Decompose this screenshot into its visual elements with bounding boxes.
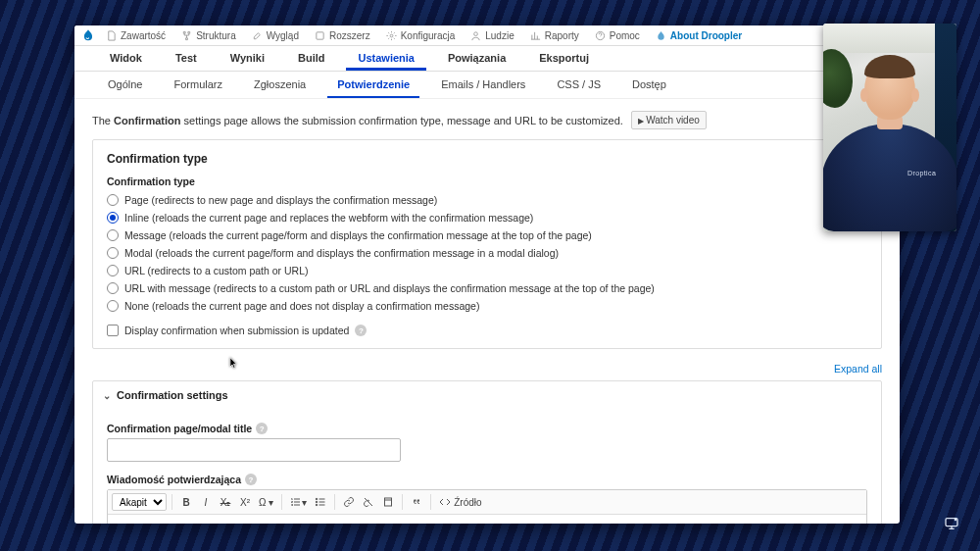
toolbar-content[interactable]: Zawartość — [98, 25, 173, 45]
toolbar-help[interactable]: Pomoc — [587, 25, 648, 45]
toolbar-label: Raporty — [545, 30, 579, 41]
radio-message[interactable]: Message (reloads the current page/form a… — [107, 226, 867, 244]
link-button[interactable] — [340, 493, 358, 511]
radio-icon — [107, 194, 119, 206]
tab-view[interactable]: Widok — [98, 46, 154, 71]
anchor-button[interactable] — [379, 493, 397, 511]
confirmation-page-title-input[interactable] — [107, 438, 401, 462]
help-icon[interactable]: ? — [355, 325, 367, 336]
help-icon — [595, 30, 606, 41]
unlink-button[interactable] — [360, 493, 377, 511]
source-button[interactable]: Źródło — [436, 493, 484, 511]
tab-references[interactable]: Powiązania — [436, 46, 517, 71]
toolbar-structure[interactable]: Struktura — [173, 25, 244, 45]
subtab-confirmation[interactable]: Potwierdzenie — [327, 72, 419, 98]
toolbar-label: Zawartość — [121, 30, 166, 41]
rich-text-editor: Akapit B I X₂ X² Ω ▾ ▾ — [107, 489, 867, 524]
field-label-confirmation-message: Wiadomość potwierdzająca ? — [107, 474, 867, 485]
confirmation-settings-panel: ⌄ Confirmation settings Confirmation pag… — [92, 380, 882, 524]
checkbox-display-on-update[interactable]: Display confirmation when submission is … — [107, 315, 867, 336]
toolbar-appearance[interactable]: Wygląd — [244, 25, 307, 45]
bold-button[interactable]: B — [177, 493, 195, 511]
details-body: Confirmation page/modal title ? Wiadomoś… — [93, 409, 881, 524]
expand-all-row: Expand all — [92, 363, 882, 375]
radio-icon — [107, 265, 119, 276]
radio-none[interactable]: None (reloads the current page and does … — [107, 297, 867, 315]
toolbar-label: Wygląd — [267, 30, 299, 41]
chevron-down-icon: ⌄ — [103, 390, 111, 401]
numbered-list-button[interactable]: ▾ — [287, 493, 310, 511]
quote-button[interactable] — [408, 493, 425, 511]
svg-point-2 — [474, 31, 478, 35]
subtab-access[interactable]: Dostęp — [622, 72, 676, 98]
radio-icon — [107, 212, 119, 224]
svg-point-9 — [955, 519, 957, 522]
shirt-logo: Droptica — [907, 170, 936, 176]
admin-toolbar: Zawartość Struktura Wygląd Rozszerz Konf… — [74, 25, 900, 46]
intro-bold: Confirmation — [114, 115, 180, 126]
radio-modal[interactable]: Modal (reloads the current page/form and… — [107, 244, 867, 262]
expand-all-link[interactable]: Expand all — [834, 363, 882, 375]
subtab-form[interactable]: Formularz — [164, 72, 232, 98]
superscript-button[interactable]: X² — [236, 493, 254, 511]
radio-url-message[interactable]: URL with message (redirects to a custom … — [107, 279, 867, 297]
secondary-tabs: Ogólne Formularz Zgłoszenia Potwierdzeni… — [74, 72, 900, 99]
panel-title: Confirmation type — [107, 152, 867, 166]
subtab-general[interactable]: Ogólne — [98, 72, 152, 98]
toolbar-people[interactable]: Ludzie — [463, 25, 521, 45]
subtab-emails[interactable]: Emails / Handlers — [431, 72, 535, 98]
screen-share-icon — [943, 516, 960, 531]
toolbar-about-droopler[interactable]: About Droopler — [648, 25, 750, 45]
admin-window: Zawartość Struktura Wygląd Rozszerz Konf… — [74, 25, 900, 524]
watch-video-button[interactable]: Watch video — [631, 111, 707, 129]
toolbar-reports[interactable]: Raporty — [522, 25, 587, 45]
radio-icon — [107, 282, 119, 294]
radio-label: Page (redirects to new page and displays… — [124, 194, 437, 206]
separator — [402, 494, 403, 510]
subtab-submissions[interactable]: Zgłoszenia — [244, 72, 316, 98]
help-icon[interactable]: ? — [256, 423, 268, 434]
field-label-page-title: Confirmation page/modal title ? — [107, 423, 867, 434]
svg-rect-7 — [385, 498, 392, 506]
separator — [334, 494, 335, 510]
special-char-button[interactable]: Ω ▾ — [256, 493, 276, 511]
radio-url[interactable]: URL (redirects to a custom path or URL) — [107, 262, 867, 279]
intro-rest: settings page allows the submission conf… — [180, 115, 622, 126]
radio-page[interactable]: Page (redirects to new page and displays… — [107, 191, 867, 209]
brush-icon — [252, 30, 263, 41]
tab-test[interactable]: Test — [164, 46, 209, 71]
drupal-logo-icon[interactable] — [78, 25, 98, 45]
field-label-confirmation-type: Confirmation type — [107, 175, 867, 187]
svg-point-1 — [390, 34, 393, 37]
field-label-text: Confirmation type — [107, 175, 195, 187]
content-region: The Confirmation settings page allows th… — [74, 99, 900, 524]
svg-point-6 — [317, 504, 318, 506]
toolbar-extend[interactable]: Rozszerz — [307, 25, 378, 45]
toolbar-label: Struktura — [196, 30, 236, 41]
bullet-list-button[interactable] — [312, 493, 329, 511]
source-label: Źródło — [454, 497, 481, 508]
intro-text: The Confirmation settings page allows th… — [92, 111, 882, 129]
subtab-cssjs[interactable]: CSS / JS — [547, 72, 611, 98]
italic-button[interactable]: I — [197, 493, 215, 511]
confirmation-settings-toggle[interactable]: ⌄ Confirmation settings — [93, 381, 881, 409]
toolbar-label: Pomoc — [610, 30, 640, 41]
editor-content[interactable]: Thank you for applying. — [108, 515, 866, 524]
tab-build[interactable]: Build — [286, 46, 337, 71]
tab-results[interactable]: Wyniki — [219, 46, 276, 71]
svg-rect-0 — [317, 31, 323, 38]
presenter-webcam: Droptica — [823, 24, 956, 231]
strike-button[interactable]: X₂ — [217, 493, 234, 511]
primary-tabs: Widok Test Wyniki Build Ustawienia Powią… — [74, 46, 900, 72]
field-label-text: Wiadomość potwierdzająca — [107, 474, 241, 485]
radio-label: None (reloads the current page and does … — [124, 300, 479, 312]
svg-point-5 — [317, 501, 318, 503]
separator — [281, 494, 282, 510]
format-select[interactable]: Akapit — [112, 493, 167, 511]
tab-settings[interactable]: Ustawienia — [346, 46, 425, 71]
tab-export[interactable]: Eksportuj — [527, 46, 601, 71]
help-icon[interactable]: ? — [245, 474, 257, 485]
editor-toolbar: Akapit B I X₂ X² Ω ▾ ▾ — [108, 490, 866, 515]
radio-inline[interactable]: Inline (reloads the current page and rep… — [107, 209, 867, 226]
toolbar-config[interactable]: Konfiguracja — [378, 25, 464, 45]
